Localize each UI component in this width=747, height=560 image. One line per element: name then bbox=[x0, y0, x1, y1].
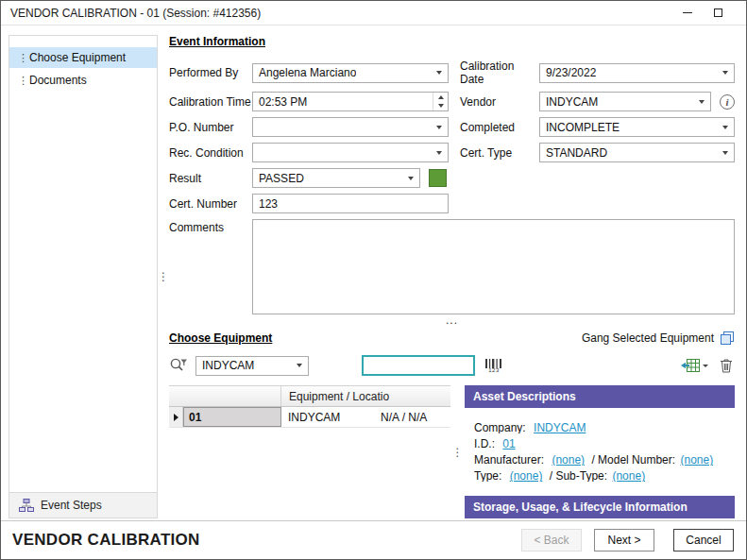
titlebar: VENDOR CALIBRATION - 01 (Session: #41235… bbox=[1, 1, 746, 25]
row-id-cell: 01 bbox=[183, 407, 281, 427]
info-icon[interactable]: i bbox=[720, 94, 735, 110]
column-chooser-icon[interactable] bbox=[681, 358, 708, 373]
calibration-date-label: Calibration Date bbox=[449, 59, 539, 86]
spinner-buttons bbox=[433, 93, 448, 110]
form-row: Result PASSED bbox=[169, 168, 735, 188]
main-panel: Event Information Performed By Angelena … bbox=[169, 35, 739, 518]
cert-type-label: Cert. Type bbox=[449, 146, 539, 160]
sidebar-splitter[interactable]: ⋮ bbox=[158, 35, 169, 518]
chevron-down-icon bbox=[438, 104, 444, 108]
splitter-dots-icon: ⋮ bbox=[452, 446, 464, 459]
type-label: Type: bbox=[474, 470, 501, 482]
chevron-down-icon bbox=[722, 71, 728, 75]
row-indicator-cell bbox=[169, 407, 183, 427]
manufacturer-label: Manufacturer: bbox=[474, 454, 544, 466]
gang-label: Gang Selected Equipment bbox=[582, 331, 714, 345]
asset-manufacturer-row: Manufacturer: (none) / Model Number: (no… bbox=[474, 454, 725, 466]
form-row: Rec. Condition Cert. Type STANDARD bbox=[169, 143, 735, 162]
cert-number-label: Cert. Number bbox=[169, 197, 252, 211]
chevron-down-icon bbox=[436, 151, 442, 155]
row-location-cell: N/A / N/A bbox=[374, 407, 450, 427]
grid-empty-area bbox=[169, 428, 450, 518]
calibration-time-spinner[interactable]: 02:53 PM bbox=[252, 92, 449, 111]
chevron-down-icon bbox=[436, 126, 442, 129]
minimize-icon bbox=[683, 12, 692, 13]
chevron-down-icon bbox=[699, 100, 705, 104]
cert-number-input[interactable] bbox=[252, 194, 449, 213]
horizontal-splitter[interactable]: ... bbox=[169, 316, 735, 329]
equipment-toolbar: INDYCAM 123 bbox=[169, 354, 735, 377]
back-button[interactable]: < Back bbox=[521, 529, 582, 552]
chevron-down-icon bbox=[722, 126, 728, 129]
table-row[interactable]: 01 INDYCAM N/A / N/A bbox=[169, 407, 450, 428]
spin-up-button[interactable] bbox=[433, 93, 448, 102]
chevron-down-icon bbox=[408, 177, 414, 180]
calibration-date-combobox[interactable]: 9/23/2022 bbox=[539, 63, 735, 83]
result-label: Result bbox=[169, 172, 252, 185]
grid-header-equipment-location[interactable]: Equipment / Locatio bbox=[281, 386, 450, 406]
subtype-link[interactable]: (none) bbox=[612, 470, 645, 482]
choose-equipment-title: Choose Equipment bbox=[169, 331, 272, 345]
maximize-button[interactable] bbox=[703, 1, 733, 25]
equipment-grid: Equipment / Locatio 01 INDYCAM N/A / N/A bbox=[169, 385, 450, 518]
asset-descriptions-body: Company: INDYCAM I.D.: 01 Manufacturer: … bbox=[465, 408, 735, 496]
chevron-down-icon bbox=[703, 365, 708, 367]
id-link[interactable]: 01 bbox=[502, 438, 515, 450]
cancel-button[interactable]: Cancel bbox=[673, 529, 734, 552]
spin-down-button[interactable] bbox=[433, 102, 448, 111]
page-title: VENDOR CALIBRATION bbox=[12, 531, 200, 550]
choose-equipment-header: Choose Equipment Gang Selected Equipment bbox=[169, 331, 735, 346]
splitter-dots-icon: ... bbox=[446, 314, 458, 327]
barcode-digits: 123 bbox=[488, 367, 500, 373]
subtype-label: / Sub-Type: bbox=[550, 470, 607, 482]
next-button[interactable]: Next > bbox=[594, 529, 654, 552]
result-combobox[interactable]: PASSED bbox=[252, 168, 420, 188]
sidebar-item-label: Choose Equipment bbox=[29, 51, 126, 64]
minimize-button[interactable] bbox=[672, 1, 703, 25]
scan-equipment-input[interactable] bbox=[362, 355, 475, 376]
chevron-up-icon bbox=[438, 95, 444, 99]
barcode-scan-icon[interactable]: 123 bbox=[484, 359, 503, 373]
type-link[interactable]: (none) bbox=[510, 470, 543, 482]
completed-combobox[interactable]: INCOMPLETE bbox=[539, 117, 735, 137]
gang-selected-equipment-button[interactable]: Gang Selected Equipment bbox=[582, 331, 735, 346]
splitter-dots-icon: ⋮ bbox=[158, 270, 169, 283]
asset-descriptions-panel: Asset Descriptions Company: INDYCAM I.D.… bbox=[465, 385, 735, 518]
grip-icon: ⋮ bbox=[18, 53, 23, 63]
po-number-label: P.O. Number bbox=[169, 121, 252, 134]
sidebar-nav: ⋮ Choose Equipment ⋮ Documents bbox=[9, 36, 157, 93]
asset-descriptions-header: Asset Descriptions bbox=[465, 385, 735, 408]
event-steps-label: Event Steps bbox=[41, 499, 102, 512]
chevron-down-icon bbox=[297, 364, 302, 367]
storage-usage-lifecycle-header[interactable]: Storage, Usage, & Lifecycle Information bbox=[465, 496, 735, 518]
cert-type-combobox[interactable]: STANDARD bbox=[539, 143, 735, 162]
grid-asset-splitter[interactable]: ⋮ bbox=[450, 385, 465, 518]
vendor-combobox[interactable]: INDYCAM bbox=[539, 92, 711, 111]
footer-buttons: < Back Next > Cancel bbox=[521, 529, 734, 552]
performed-by-combobox[interactable]: Angelena Marciano bbox=[252, 63, 449, 83]
manufacturer-link[interactable]: (none) bbox=[552, 454, 585, 466]
form-row: Performed By Angelena Marciano Calibrati… bbox=[169, 59, 735, 86]
calibration-time-label: Calibration Time bbox=[169, 95, 252, 109]
company-link[interactable]: INDYCAM bbox=[534, 422, 586, 433]
sidebar-item-choose-equipment[interactable]: ⋮ Choose Equipment bbox=[9, 47, 157, 68]
rec-condition-combobox[interactable] bbox=[252, 143, 449, 162]
comments-textarea[interactable] bbox=[252, 219, 735, 314]
event-information-title: Event Information bbox=[169, 35, 735, 48]
result-status-swatch bbox=[429, 169, 447, 187]
search-filter-icon[interactable] bbox=[169, 357, 188, 374]
sidebar-item-documents[interactable]: ⋮ Documents bbox=[9, 70, 157, 91]
sidebar: ⋮ Choose Equipment ⋮ Documents Event Ste… bbox=[8, 35, 158, 518]
delete-trash-icon[interactable] bbox=[720, 358, 733, 373]
model-number-label: / Model Number: bbox=[591, 454, 675, 466]
sidebar-item-label: Documents bbox=[29, 74, 87, 87]
equipment-filter-combobox[interactable]: INDYCAM bbox=[195, 356, 309, 376]
equipment-body: Equipment / Locatio 01 INDYCAM N/A / N/A… bbox=[169, 385, 735, 518]
chevron-down-icon bbox=[436, 71, 442, 75]
performed-by-label: Performed By bbox=[169, 66, 252, 79]
po-number-combobox[interactable] bbox=[252, 117, 449, 137]
model-number-link[interactable]: (none) bbox=[680, 454, 713, 466]
event-steps-button[interactable]: Event Steps bbox=[9, 492, 157, 518]
asset-type-row: Type: (none) / Sub-Type: (none) bbox=[474, 470, 725, 482]
window-controls bbox=[672, 1, 733, 25]
